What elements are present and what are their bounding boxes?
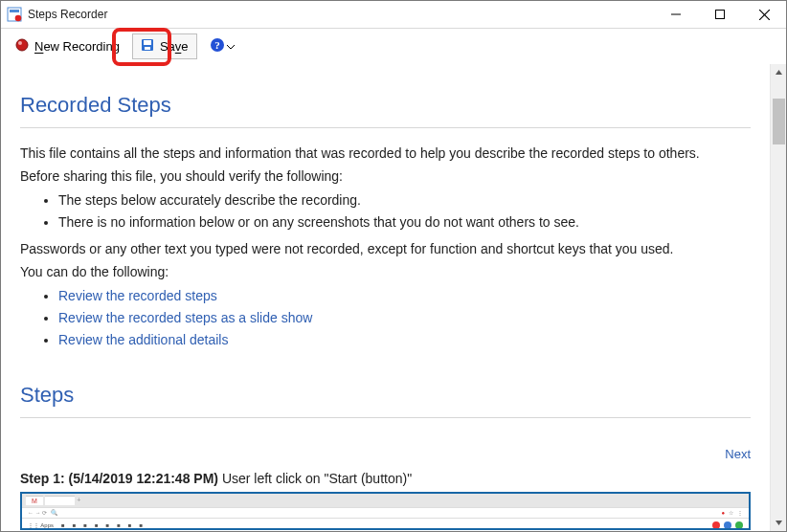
window-title: Steps Recorder bbox=[28, 8, 654, 21]
verify-list: The steps below accurately describe the … bbox=[20, 190, 751, 233]
step-1-desc: User left click on "Start (button)" bbox=[218, 471, 412, 486]
passwords-paragraph: Passwords or any other text you typed we… bbox=[20, 239, 751, 258]
minimize-button[interactable] bbox=[654, 1, 698, 28]
record-icon bbox=[15, 38, 29, 55]
list-item: Review the recorded steps as a slide sho… bbox=[58, 308, 751, 327]
new-recording-button[interactable]: New Recording bbox=[7, 33, 128, 59]
review-details-link[interactable]: Review the additional details bbox=[58, 332, 228, 347]
svg-rect-1 bbox=[10, 10, 19, 12]
review-steps-link[interactable]: Review the recorded steps bbox=[58, 288, 217, 303]
heading-recorded-steps: Recorded Steps bbox=[20, 83, 751, 118]
list-item: Review the additional details bbox=[58, 330, 751, 349]
intro-paragraph-1: This file contains all the steps and inf… bbox=[20, 144, 751, 163]
step-1-header: Step 1: (5/14/2019 12:21:48 PM) User lef… bbox=[20, 471, 751, 486]
app-window: Steps Recorder New Recording Save ? bbox=[0, 0, 787, 532]
help-icon: ? bbox=[210, 37, 225, 55]
svg-rect-10 bbox=[144, 40, 151, 45]
document-pane: Recorded Steps This file contains all th… bbox=[1, 64, 770, 531]
app-icon bbox=[7, 7, 22, 22]
step-1-screenshot[interactable]: M + ← → ⟳ 🔍 ● ☆ ⋮ ⋮⋮ Apps ■■■■ ■■■■ bbox=[20, 492, 751, 530]
review-slideshow-link[interactable]: Review the recorded steps as a slide sho… bbox=[58, 310, 312, 325]
maximize-button[interactable] bbox=[698, 1, 742, 28]
list-item: Review the recorded steps bbox=[58, 286, 751, 305]
list-item: There is no information below or on any … bbox=[58, 212, 751, 232]
actions-list: Review the recorded steps Review the rec… bbox=[20, 286, 751, 350]
content-area: Recorded Steps This file contains all th… bbox=[1, 64, 786, 531]
scroll-thumb[interactable] bbox=[773, 99, 785, 144]
svg-rect-11 bbox=[145, 47, 150, 50]
pager-row: Next bbox=[20, 447, 751, 461]
divider bbox=[20, 417, 751, 418]
scroll-down-arrow[interactable] bbox=[771, 515, 786, 531]
toolbar: New Recording Save ? bbox=[1, 28, 786, 64]
svg-point-2 bbox=[15, 15, 22, 22]
vertical-scrollbar[interactable] bbox=[770, 64, 786, 531]
titlebar: Steps Recorder bbox=[1, 1, 786, 28]
close-button[interactable] bbox=[742, 1, 786, 28]
help-dropdown-button[interactable]: ? bbox=[201, 33, 243, 60]
actions-paragraph: You can do the following: bbox=[20, 262, 751, 281]
list-item: The steps below accurately describe the … bbox=[58, 190, 751, 210]
save-button[interactable]: Save bbox=[132, 33, 197, 59]
step-1-label: Step 1: (5/14/2019 12:21:48 PM) bbox=[20, 471, 218, 486]
svg-point-7 bbox=[16, 39, 28, 51]
save-icon bbox=[141, 38, 154, 55]
heading-steps: Steps bbox=[20, 373, 751, 408]
svg-point-8 bbox=[18, 41, 22, 45]
intro-paragraph-2: Before sharing this file, you should ver… bbox=[20, 166, 751, 186]
scroll-up-arrow[interactable] bbox=[771, 64, 786, 80]
svg-text:?: ? bbox=[214, 39, 220, 51]
divider bbox=[20, 127, 751, 128]
next-link[interactable]: Next bbox=[725, 447, 751, 461]
svg-rect-4 bbox=[716, 11, 725, 19]
chevron-down-icon bbox=[227, 39, 235, 54]
